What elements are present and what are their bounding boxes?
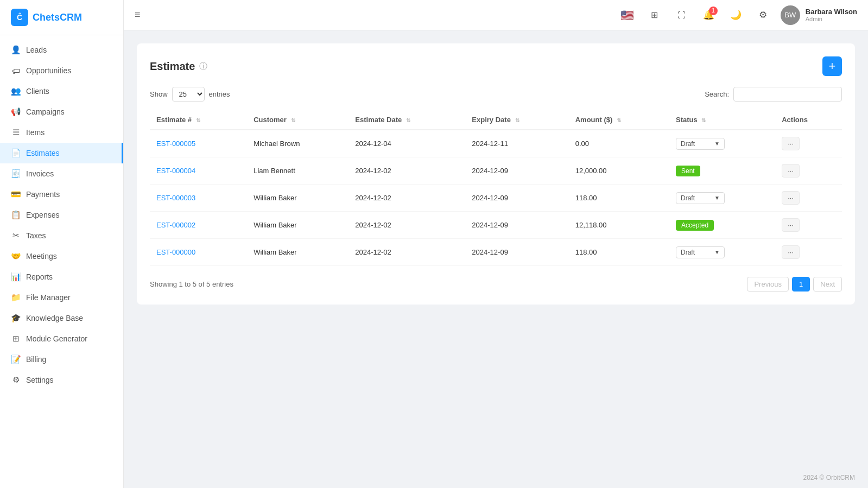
estimate-date-cell: 2024-12-02 bbox=[349, 239, 465, 266]
col-actions[interactable]: Actions bbox=[775, 110, 842, 130]
row-actions-button[interactable]: ··· bbox=[782, 137, 800, 150]
table-row: EST-000002William Baker2024-12-022024-12… bbox=[150, 212, 842, 239]
col-status[interactable]: Status ⇅ bbox=[669, 110, 775, 130]
search-input[interactable] bbox=[733, 87, 842, 102]
expiry-date-cell: 2024-12-09 bbox=[465, 212, 568, 239]
page-title-row: Estimate ⓘ bbox=[150, 60, 207, 73]
row-actions-button[interactable]: ··· bbox=[782, 245, 800, 259]
dark-mode-icon[interactable]: 🌙 bbox=[726, 5, 746, 25]
previous-button[interactable]: Previous bbox=[747, 277, 789, 291]
notification-bell-icon[interactable]: 🔔 1 bbox=[699, 5, 719, 25]
estimates-table: Estimate # ⇅Customer ⇅Estimate Date ⇅Exp… bbox=[150, 110, 842, 266]
estimate-link[interactable]: EST-000005 bbox=[156, 140, 195, 148]
sidebar-item-invoices[interactable]: 🧾 Invoices bbox=[0, 163, 123, 184]
table-body: EST-000005Michael Brown2024-12-042024-12… bbox=[150, 130, 842, 266]
page-1-button[interactable]: 1 bbox=[792, 277, 810, 291]
avatar: BW bbox=[781, 5, 800, 25]
settings-icon[interactable]: ⚙ bbox=[753, 5, 773, 25]
show-label: Show bbox=[150, 90, 168, 98]
info-icon[interactable]: ⓘ bbox=[199, 61, 207, 72]
status-badge: Accepted bbox=[676, 220, 714, 231]
col-expiry_date[interactable]: Expiry Date ⇅ bbox=[465, 110, 568, 130]
hamburger-icon[interactable]: ≡ bbox=[135, 9, 141, 21]
sidebar-label-leads: Leads bbox=[26, 46, 47, 54]
grid-icon[interactable]: ⊞ bbox=[645, 5, 664, 25]
entries-label: entries bbox=[209, 90, 230, 98]
sidebar-item-knowledge-base[interactable]: 🎓 Knowledge Base bbox=[0, 308, 123, 328]
user-info[interactable]: BW Barbara Wilson Admin bbox=[781, 5, 857, 25]
user-role: Admin bbox=[806, 16, 857, 22]
add-estimate-button[interactable]: + bbox=[822, 56, 842, 76]
actions-cell: ··· bbox=[775, 185, 842, 212]
items-icon: ☰ bbox=[11, 128, 21, 137]
content-area: Estimate ⓘ + Show 25 10 50 100 entries bbox=[124, 30, 868, 467]
sidebar-label-items: Items bbox=[26, 128, 45, 137]
sidebar-item-module-generator[interactable]: ⊞ Module Generator bbox=[0, 328, 123, 349]
estimate-num-cell: EST-000004 bbox=[150, 157, 247, 185]
sidebar-item-estimates[interactable]: 📄 Estimates bbox=[0, 143, 123, 163]
status-badge[interactable]: Draft ▼ bbox=[676, 246, 725, 258]
col-estimate_date[interactable]: Estimate Date ⇅ bbox=[349, 110, 465, 130]
sort-icon-status: ⇅ bbox=[701, 117, 706, 123]
estimate-link[interactable]: EST-000004 bbox=[156, 167, 195, 175]
sidebar-item-campaigns[interactable]: 📢 Campaigns bbox=[0, 102, 123, 122]
entries-select[interactable]: 25 10 50 100 bbox=[172, 87, 205, 102]
status-badge: Sent bbox=[676, 166, 700, 176]
sidebar-nav: 👤 Leads 🏷 Opportunities 👥 Clients 📢 Camp… bbox=[0, 35, 123, 488]
amount-cell: 118.00 bbox=[569, 185, 669, 212]
col-customer[interactable]: Customer ⇅ bbox=[247, 110, 349, 130]
sidebar-item-taxes[interactable]: ✂ Taxes bbox=[0, 225, 123, 246]
language-flag[interactable]: 🇺🇸 bbox=[618, 5, 637, 25]
table-row: EST-000000William Baker2024-12-022024-12… bbox=[150, 239, 842, 266]
table-controls: Show 25 10 50 100 entries Search: bbox=[150, 87, 842, 102]
estimate-date-cell: 2024-12-02 bbox=[349, 185, 465, 212]
sidebar-item-expenses[interactable]: 📋 Expenses bbox=[0, 205, 123, 225]
estimate-link[interactable]: EST-000000 bbox=[156, 248, 195, 256]
col-estimate_num[interactable]: Estimate # ⇅ bbox=[150, 110, 247, 130]
table-row: EST-000003William Baker2024-12-022024-12… bbox=[150, 185, 842, 212]
status-cell: Accepted bbox=[669, 212, 775, 239]
status-badge[interactable]: Draft ▼ bbox=[676, 192, 725, 204]
customer-cell: Liam Bennett bbox=[247, 157, 349, 185]
expiry-date-cell: 2024-12-11 bbox=[465, 130, 568, 157]
sidebar-item-payments[interactable]: 💳 Payments bbox=[0, 184, 123, 205]
sidebar-item-items[interactable]: ☰ Items bbox=[0, 122, 123, 143]
page-card: Estimate ⓘ + Show 25 10 50 100 entries bbox=[137, 43, 855, 305]
notification-badge: 1 bbox=[709, 7, 718, 15]
amount-cell: 12,118.00 bbox=[569, 212, 669, 239]
sidebar-item-clients[interactable]: 👥 Clients bbox=[0, 81, 123, 102]
sidebar-item-meetings[interactable]: 🤝 Meetings bbox=[0, 246, 123, 267]
sidebar-item-reports[interactable]: 📊 Reports bbox=[0, 267, 123, 287]
row-actions-button[interactable]: ··· bbox=[782, 218, 800, 232]
sidebar-logo: Ĉ ChetsCRM bbox=[0, 0, 123, 35]
sidebar-item-file-manager[interactable]: 📁 File Manager bbox=[0, 287, 123, 308]
invoices-icon: 🧾 bbox=[11, 169, 21, 179]
sidebar-item-leads[interactable]: 👤 Leads bbox=[0, 40, 123, 60]
payments-icon: 💳 bbox=[11, 189, 21, 199]
clients-icon: 👥 bbox=[11, 86, 21, 96]
sidebar-item-settings[interactable]: ⚙ Settings bbox=[0, 370, 123, 390]
status-badge[interactable]: Draft ▼ bbox=[676, 138, 725, 150]
estimate-link[interactable]: EST-000002 bbox=[156, 221, 195, 229]
sidebar-label-module-generator: Module Generator bbox=[26, 334, 87, 343]
col-amount[interactable]: Amount ($) ⇅ bbox=[569, 110, 669, 130]
fullscreen-icon[interactable]: ⛶ bbox=[672, 5, 692, 25]
estimate-link[interactable]: EST-000003 bbox=[156, 194, 195, 202]
row-actions-button[interactable]: ··· bbox=[782, 164, 800, 178]
table-row: EST-000004Liam Bennett2024-12-022024-12-… bbox=[150, 157, 842, 185]
sidebar-label-payments: Payments bbox=[26, 190, 60, 199]
pagination-info: Showing 1 to 5 of 5 entries bbox=[150, 280, 233, 288]
module-generator-icon: ⊞ bbox=[11, 334, 21, 344]
header-actions: 🇺🇸 ⊞ ⛶ 🔔 1 🌙 ⚙ BW Barbara Wilson Admin bbox=[618, 5, 857, 25]
sidebar-label-file-manager: File Manager bbox=[26, 293, 71, 302]
sidebar-item-billing[interactable]: 📝 Billing bbox=[0, 349, 123, 370]
row-actions-button[interactable]: ··· bbox=[782, 191, 800, 205]
sidebar: Ĉ ChetsCRM 👤 Leads 🏷 Opportunities 👥 Cli… bbox=[0, 0, 124, 488]
next-button[interactable]: Next bbox=[813, 277, 842, 291]
footer-text: 2024 © OrbitCRM bbox=[803, 474, 855, 481]
customer-cell: William Baker bbox=[247, 185, 349, 212]
user-name: Barbara Wilson bbox=[806, 8, 857, 16]
logo-icon: Ĉ bbox=[11, 9, 28, 26]
sidebar-label-meetings: Meetings bbox=[26, 252, 57, 261]
sidebar-item-opportunities[interactable]: 🏷 Opportunities bbox=[0, 60, 123, 81]
